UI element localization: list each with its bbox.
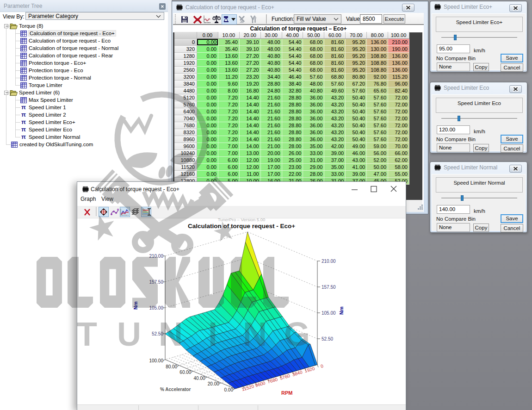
svg-text:20.00: 20.00: [208, 381, 219, 386]
svg-text:RPM: RPM: [281, 390, 292, 396]
svg-text:100.00: 100.00: [149, 358, 163, 363]
svg-text:% Accelerator: % Accelerator: [160, 387, 191, 392]
svg-text:Nm: Nm: [133, 301, 138, 310]
svg-text:210.00: 210.00: [322, 259, 336, 264]
svg-text:105.00: 105.00: [322, 311, 336, 316]
svg-text:52.50: 52.50: [322, 336, 333, 342]
svg-text:157.50: 157.50: [322, 285, 336, 290]
svg-text:0.00: 0.00: [224, 387, 234, 392]
svg-text:60.00: 60.00: [179, 370, 191, 375]
svg-text:0: 0: [320, 363, 324, 369]
svg-text:Nm: Nm: [339, 306, 344, 315]
svg-text:80.00: 80.00: [166, 364, 177, 369]
svg-text:40.00: 40.00: [194, 376, 205, 381]
svg-text:52.50: 52.50: [152, 331, 163, 336]
svg-text:210.00: 210.00: [149, 254, 163, 259]
svg-text:157.50: 157.50: [149, 280, 163, 285]
svg-text:105.00: 105.00: [149, 305, 163, 311]
